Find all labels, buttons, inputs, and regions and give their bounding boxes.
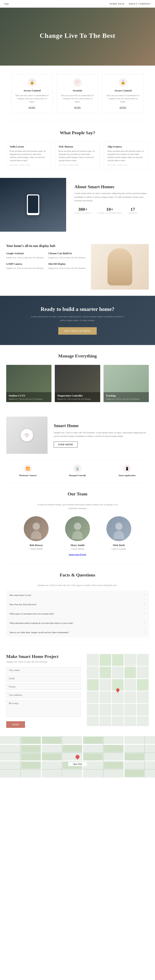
manage-card-title-2: Tracking	[106, 394, 146, 397]
phone-input[interactable]	[6, 684, 81, 690]
message-input[interactable]	[6, 700, 81, 717]
about-section: About Smart Homes Lorem ipsum dolor sit …	[0, 178, 155, 238]
faq-question-0[interactable]: How much does it cost? +	[6, 590, 149, 600]
team-member-1: Mary Smith Content Builder	[59, 516, 96, 550]
freepik-link[interactable]: Images from Freepik	[69, 553, 86, 555]
faq-title: Facts & Questions	[6, 572, 149, 578]
testimonial-text-0: Proin sed diam amet nisl faucibus turpis…	[10, 150, 47, 162]
hub-feature-title-2: 6.5MP Camera	[6, 262, 45, 266]
feature-text-1: Duis aute irure dolor in reprehenderit i…	[60, 94, 95, 103]
svg-rect-37	[104, 745, 123, 752]
svg-rect-44	[104, 762, 123, 768]
address-input[interactable]	[6, 692, 81, 698]
feature-text-0: Duis aute irure dolor in reprehenderit i…	[15, 94, 49, 103]
hub-feature-2: 6.5MP Camera Sample text. Click to selec…	[6, 262, 45, 270]
contact-subtitle: Sample text. Click to select the Text El…	[6, 660, 81, 663]
nav-about[interactable]: ABOUT COMPANY	[129, 3, 151, 5]
features-section: 🔒 Access Control Duis aute irure dolor i…	[0, 65, 155, 122]
contact-title: Make Smart Home Project	[6, 654, 81, 659]
feature-title-2: Access Control	[106, 89, 140, 92]
svg-rect-11	[100, 654, 111, 666]
stat-number-1: 10+	[97, 207, 122, 212]
email-field-group	[6, 675, 81, 681]
testimonial-name-0: Stella Larson	[10, 145, 47, 148]
svg-rect-17	[137, 679, 148, 690]
faq-list: How much does it cost? + How Free Are Yo…	[6, 590, 149, 637]
feature-card-0: 🔒 Access Control Duis aute irure dolor i…	[11, 74, 53, 113]
features-grid: 🔒 Access Control Duis aute irure dolor i…	[6, 74, 149, 113]
faq-chevron-4: +	[144, 631, 146, 634]
testimonial-0: Stella Larson Proin sed diam amet nisl f…	[6, 142, 51, 170]
feature-more-1[interactable]: MORE	[74, 106, 81, 108]
testimonials-grid: Stella Larson Proin sed diam amet nisl f…	[6, 142, 149, 170]
faq-question-1[interactable]: How Free Are Your Services? +	[6, 600, 149, 609]
email-input[interactable]	[6, 675, 81, 681]
team-role-1: Content Builder	[59, 548, 96, 550]
faq-item-0: How much does it cost? +	[6, 590, 149, 600]
phone-mockup	[27, 194, 39, 215]
team-grid: Bob Brown Content Builder Mary Smith Con…	[6, 516, 149, 550]
manage-card-2: Tracking Sample text. Click to select th…	[104, 365, 149, 402]
faq-question-text-4: Nam at orci nibh diam. Integer iaculis s…	[9, 631, 69, 633]
faq-question-2[interactable]: What types of customers have you worked …	[6, 609, 149, 618]
wireless-icon: 📶	[24, 465, 32, 473]
stat-0: 300+ HAPPY CLIENTS	[74, 207, 91, 214]
smart-section: Smart Home Sample text. Click to select …	[0, 410, 155, 483]
hero-title: Change Live To The Best	[40, 32, 115, 40]
nav-links: HOME PAGE ABOUT COMPANY	[110, 3, 151, 5]
svg-rect-34	[83, 737, 103, 744]
team-images-link[interactable]: Images from Freepik	[6, 553, 149, 555]
person-body-0	[31, 531, 41, 539]
full-map: New York	[0, 736, 155, 778]
smart-icon-label-2: Smart Applications	[105, 474, 149, 477]
hub-feature-text-1: Sample text. Click to select the Text El…	[48, 256, 87, 259]
logo: logo	[4, 2, 9, 5]
manage-grid: Outdoor CCTV Sample text. Click to selec…	[6, 365, 149, 402]
faq-question-3[interactable]: What education and/or training do you ha…	[6, 619, 149, 627]
about-image-inner	[0, 178, 66, 232]
svg-rect-39	[42, 753, 62, 760]
cta-button[interactable]: GET FREE ESTIMATE	[58, 327, 96, 335]
person-shape-2	[106, 516, 131, 541]
nav-home[interactable]: HOME PAGE	[110, 3, 125, 5]
testimonial-date-2: POSTED: JUNE 2020	[108, 164, 145, 166]
name-input[interactable]	[6, 667, 81, 673]
faq-question-4[interactable]: Nam at orci nibh diam. Integer iaculis s…	[6, 628, 149, 636]
testimonial-name-1: Nick Jhonson	[59, 145, 96, 148]
feature-title-1: Security	[60, 89, 95, 92]
smart-icon-2: 📱 Smart Applications	[105, 465, 149, 477]
team-photo-0	[24, 516, 49, 541]
smart-subtitle: Smart Home	[54, 423, 149, 428]
person-body-2	[114, 531, 124, 539]
faq-question-text-1: How Free Are Your Services?	[9, 603, 36, 606]
faq-chevron-1: +	[144, 603, 146, 606]
view-more-button[interactable]: VIEW MORE	[54, 441, 78, 448]
team-name-1: Mary Smith	[59, 544, 96, 547]
contact-map	[87, 654, 149, 726]
cta-banner: Ready to build a smarter home? Lorem ips…	[0, 296, 155, 345]
apps-icon: 📱	[123, 465, 131, 473]
faq-subtitle: Sample text. Click to select the text. C…	[6, 584, 149, 586]
svg-rect-13	[100, 667, 111, 678]
contact-form-area: Make Smart Home Project Sample text. Cli…	[6, 654, 81, 728]
faq-item-2: What types of customers have you worked …	[6, 609, 149, 619]
contact-section: Make Smart Home Project Sample text. Cli…	[0, 646, 155, 736]
stat-label-0: HAPPY CLIENTS	[74, 212, 91, 214]
person-silhouette	[108, 248, 132, 285]
faq-chevron-0: +	[144, 593, 146, 597]
manage-card-0: Outdoor CCTV Sample text. Click to selec…	[6, 365, 51, 402]
svg-text:New York: New York	[73, 763, 82, 765]
svg-rect-40	[83, 753, 103, 760]
smart-icon-1: 📡 Managed Centrally	[56, 465, 99, 477]
faq-section: Facts & Questions Sample text. Click to …	[0, 564, 155, 645]
feature-more-0[interactable]: MORE	[29, 106, 36, 108]
feature-icon-0: 🔒	[28, 78, 36, 86]
faq-question-text-3: What education and/or training do you ha…	[9, 622, 73, 624]
about-text: Lorem ipsum dolor sit amet, consectetur …	[74, 191, 149, 202]
faq-question-text-0: How much does it cost?	[9, 594, 32, 596]
feature-more-2[interactable]: MORE	[120, 106, 127, 108]
hub-feature-title-1: Chrome Cast Build-In	[48, 252, 87, 255]
full-map-svg: New York	[0, 736, 155, 778]
submit-button[interactable]: SEND	[6, 721, 25, 728]
team-name-2: Nick Dark	[100, 544, 138, 547]
